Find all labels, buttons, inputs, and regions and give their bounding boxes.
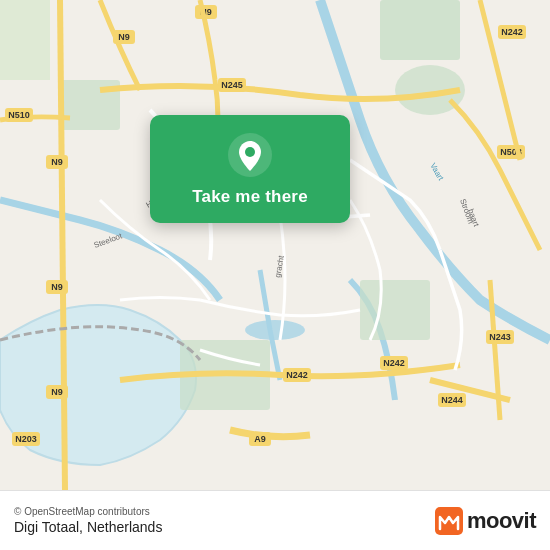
svg-point-1: [245, 320, 305, 340]
svg-text:A9: A9: [254, 434, 266, 444]
footer: © OpenStreetMap contributors Digi Totaal…: [0, 490, 550, 550]
svg-text:N245: N245: [221, 80, 243, 90]
svg-text:N244: N244: [441, 395, 463, 405]
moovit-brand-text: moovit: [467, 508, 536, 534]
svg-text:N9: N9: [51, 282, 63, 292]
svg-point-45: [245, 147, 255, 157]
svg-rect-7: [0, 0, 50, 80]
svg-rect-2: [380, 0, 460, 60]
svg-text:N9: N9: [51, 387, 63, 397]
svg-text:N9: N9: [118, 32, 130, 42]
osm-attribution: © OpenStreetMap contributors: [14, 506, 162, 517]
svg-rect-3: [360, 280, 430, 340]
location-label: Digi Totaal, Netherlands: [14, 519, 162, 535]
svg-text:N510: N510: [8, 110, 30, 120]
moovit-logo: moovit: [435, 507, 536, 535]
svg-text:N242: N242: [286, 370, 308, 380]
moovit-m-icon: [435, 507, 463, 535]
map-container: N9 N9 N9 N245 N242 N242 N244 N243 N508 N…: [0, 0, 550, 490]
map-background: N9 N9 N9 N245 N242 N242 N244 N243 N508 N…: [0, 0, 550, 490]
footer-info: © OpenStreetMap contributors Digi Totaal…: [14, 506, 162, 535]
svg-text:N243: N243: [489, 332, 511, 342]
location-pin-icon: [228, 133, 272, 177]
svg-text:N203: N203: [15, 434, 37, 444]
svg-text:N242: N242: [383, 358, 405, 368]
tooltip-card[interactable]: Take me there: [150, 115, 350, 223]
svg-text:N242: N242: [501, 27, 523, 37]
take-me-there-button[interactable]: Take me there: [192, 187, 308, 207]
svg-text:N9: N9: [51, 157, 63, 167]
